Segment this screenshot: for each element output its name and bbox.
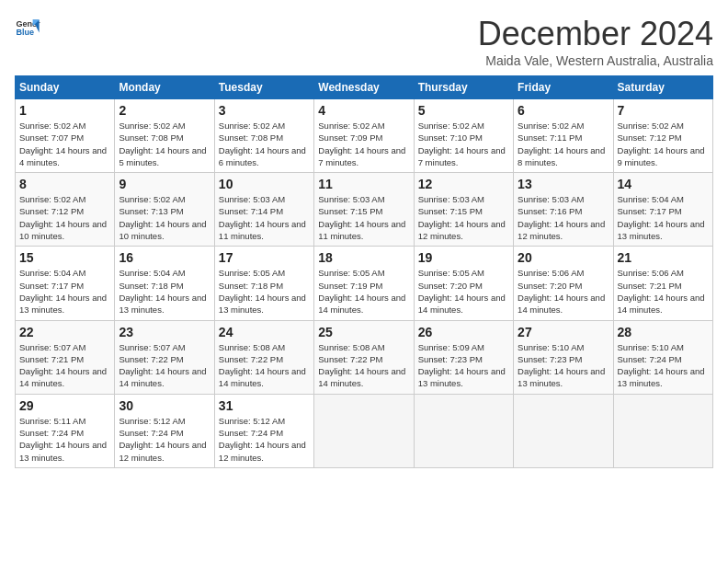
- calendar-cell: [514, 394, 613, 467]
- calendar-cell: 7Sunrise: 5:02 AMSunset: 7:12 PMDaylight…: [613, 99, 712, 173]
- day-info: Sunrise: 5:06 AMSunset: 7:21 PMDaylight:…: [618, 267, 709, 316]
- calendar-table: SundayMondayTuesdayWednesdayThursdayFrid…: [15, 75, 713, 468]
- calendar-cell: 10Sunrise: 5:03 AMSunset: 7:14 PMDayligh…: [214, 173, 313, 247]
- day-info: Sunrise: 5:04 AMSunset: 7:18 PMDaylight:…: [119, 267, 210, 316]
- day-number: 3: [219, 103, 310, 118]
- day-number: 30: [119, 398, 210, 413]
- calendar-cell: 18Sunrise: 5:05 AMSunset: 7:19 PMDayligh…: [314, 247, 414, 320]
- calendar-cell: 6Sunrise: 5:02 AMSunset: 7:11 PMDaylight…: [514, 99, 613, 173]
- calendar-cell: 21Sunrise: 5:06 AMSunset: 7:21 PMDayligh…: [613, 247, 712, 320]
- column-header-friday: Friday: [514, 76, 613, 99]
- day-number: 26: [418, 325, 509, 339]
- day-number: 9: [119, 177, 210, 191]
- day-info: Sunrise: 5:03 AMSunset: 7:14 PMDaylight:…: [219, 193, 310, 242]
- calendar-cell: 1Sunrise: 5:02 AMSunset: 7:07 PMDaylight…: [16, 99, 115, 173]
- day-number: 8: [19, 177, 110, 191]
- calendar-cell: 29Sunrise: 5:11 AMSunset: 7:24 PMDayligh…: [16, 394, 115, 467]
- day-number: 20: [518, 250, 609, 265]
- day-info: Sunrise: 5:04 AMSunset: 7:17 PMDaylight:…: [19, 267, 110, 316]
- day-number: 27: [518, 325, 609, 339]
- day-number: 24: [219, 325, 310, 339]
- day-info: Sunrise: 5:02 AMSunset: 7:11 PMDaylight:…: [518, 120, 609, 168]
- day-info: Sunrise: 5:10 AMSunset: 7:24 PMDaylight:…: [618, 341, 709, 390]
- day-info: Sunrise: 5:02 AMSunset: 7:08 PMDaylight:…: [119, 120, 210, 168]
- calendar-cell: 15Sunrise: 5:04 AMSunset: 7:17 PMDayligh…: [16, 247, 115, 320]
- day-info: Sunrise: 5:02 AMSunset: 7:12 PMDaylight:…: [618, 120, 709, 168]
- day-number: 25: [318, 325, 409, 339]
- calendar-cell: 23Sunrise: 5:07 AMSunset: 7:22 PMDayligh…: [115, 320, 214, 394]
- day-info: Sunrise: 5:12 AMSunset: 7:24 PMDaylight:…: [219, 415, 310, 464]
- day-info: Sunrise: 5:03 AMSunset: 7:16 PMDaylight:…: [518, 193, 609, 242]
- calendar-cell: [613, 394, 712, 467]
- calendar-header-row: SundayMondayTuesdayWednesdayThursdayFrid…: [16, 76, 713, 99]
- day-number: 17: [219, 250, 310, 265]
- day-info: Sunrise: 5:06 AMSunset: 7:20 PMDaylight:…: [518, 267, 609, 316]
- logo-icon: General Blue: [15, 15, 40, 40]
- calendar-cell: 13Sunrise: 5:03 AMSunset: 7:16 PMDayligh…: [514, 173, 613, 247]
- title-block: December 2024 Maida Vale, Western Austra…: [478, 15, 713, 68]
- calendar-week-row: 22Sunrise: 5:07 AMSunset: 7:21 PMDayligh…: [16, 320, 713, 394]
- day-info: Sunrise: 5:09 AMSunset: 7:23 PMDaylight:…: [418, 341, 509, 390]
- day-info: Sunrise: 5:07 AMSunset: 7:21 PMDaylight:…: [19, 341, 110, 390]
- column-header-monday: Monday: [115, 76, 214, 99]
- day-info: Sunrise: 5:05 AMSunset: 7:20 PMDaylight:…: [418, 267, 509, 316]
- day-number: 31: [219, 398, 310, 413]
- day-info: Sunrise: 5:07 AMSunset: 7:22 PMDaylight:…: [119, 341, 210, 390]
- day-info: Sunrise: 5:10 AMSunset: 7:23 PMDaylight:…: [518, 341, 609, 390]
- day-number: 1: [19, 103, 110, 118]
- month-title: December 2024: [478, 15, 713, 53]
- day-number: 28: [618, 325, 709, 339]
- column-header-thursday: Thursday: [414, 76, 513, 99]
- day-info: Sunrise: 5:05 AMSunset: 7:19 PMDaylight:…: [318, 267, 409, 316]
- calendar-cell: 2Sunrise: 5:02 AMSunset: 7:08 PMDaylight…: [115, 99, 214, 173]
- day-info: Sunrise: 5:12 AMSunset: 7:24 PMDaylight:…: [119, 415, 210, 464]
- calendar-cell: 9Sunrise: 5:02 AMSunset: 7:13 PMDaylight…: [115, 173, 214, 247]
- day-number: 13: [518, 177, 609, 191]
- day-info: Sunrise: 5:02 AMSunset: 7:09 PMDaylight:…: [318, 120, 409, 168]
- calendar-cell: 3Sunrise: 5:02 AMSunset: 7:08 PMDaylight…: [214, 99, 313, 173]
- column-header-saturday: Saturday: [613, 76, 712, 99]
- day-number: 2: [119, 103, 210, 118]
- column-header-wednesday: Wednesday: [314, 76, 414, 99]
- day-info: Sunrise: 5:02 AMSunset: 7:12 PMDaylight:…: [19, 193, 110, 242]
- calendar-cell: 12Sunrise: 5:03 AMSunset: 7:15 PMDayligh…: [414, 173, 513, 247]
- calendar-cell: 19Sunrise: 5:05 AMSunset: 7:20 PMDayligh…: [414, 247, 513, 320]
- day-number: 5: [418, 103, 509, 118]
- calendar-cell: 11Sunrise: 5:03 AMSunset: 7:15 PMDayligh…: [314, 173, 414, 247]
- calendar-week-row: 15Sunrise: 5:04 AMSunset: 7:17 PMDayligh…: [16, 247, 713, 320]
- day-info: Sunrise: 5:08 AMSunset: 7:22 PMDaylight:…: [318, 341, 409, 390]
- calendar-cell: 8Sunrise: 5:02 AMSunset: 7:12 PMDaylight…: [16, 173, 115, 247]
- calendar-cell: 27Sunrise: 5:10 AMSunset: 7:23 PMDayligh…: [514, 320, 613, 394]
- calendar-cell: [414, 394, 513, 467]
- day-info: Sunrise: 5:02 AMSunset: 7:07 PMDaylight:…: [19, 120, 110, 168]
- calendar-cell: 16Sunrise: 5:04 AMSunset: 7:18 PMDayligh…: [115, 247, 214, 320]
- calendar-week-row: 1Sunrise: 5:02 AMSunset: 7:07 PMDaylight…: [16, 99, 713, 173]
- day-info: Sunrise: 5:03 AMSunset: 7:15 PMDaylight:…: [418, 193, 509, 242]
- day-number: 10: [219, 177, 310, 191]
- calendar-cell: 30Sunrise: 5:12 AMSunset: 7:24 PMDayligh…: [115, 394, 214, 467]
- calendar-cell: 14Sunrise: 5:04 AMSunset: 7:17 PMDayligh…: [613, 173, 712, 247]
- day-number: 18: [318, 250, 409, 265]
- svg-text:Blue: Blue: [16, 28, 34, 37]
- calendar-cell: 24Sunrise: 5:08 AMSunset: 7:22 PMDayligh…: [214, 320, 313, 394]
- logo: General Blue: [15, 15, 40, 40]
- calendar-week-row: 29Sunrise: 5:11 AMSunset: 7:24 PMDayligh…: [16, 394, 713, 467]
- day-number: 21: [618, 250, 709, 265]
- day-info: Sunrise: 5:04 AMSunset: 7:17 PMDaylight:…: [618, 193, 709, 242]
- day-info: Sunrise: 5:02 AMSunset: 7:10 PMDaylight:…: [418, 120, 509, 168]
- calendar-cell: 25Sunrise: 5:08 AMSunset: 7:22 PMDayligh…: [314, 320, 414, 394]
- day-number: 19: [418, 250, 509, 265]
- calendar-cell: 4Sunrise: 5:02 AMSunset: 7:09 PMDaylight…: [314, 99, 414, 173]
- calendar-cell: 22Sunrise: 5:07 AMSunset: 7:21 PMDayligh…: [16, 320, 115, 394]
- calendar-cell: 20Sunrise: 5:06 AMSunset: 7:20 PMDayligh…: [514, 247, 613, 320]
- calendar-cell: 31Sunrise: 5:12 AMSunset: 7:24 PMDayligh…: [214, 394, 313, 467]
- day-number: 29: [19, 398, 110, 413]
- calendar-cell: 17Sunrise: 5:05 AMSunset: 7:18 PMDayligh…: [214, 247, 313, 320]
- day-info: Sunrise: 5:05 AMSunset: 7:18 PMDaylight:…: [219, 267, 310, 316]
- day-number: 16: [119, 250, 210, 265]
- column-header-tuesday: Tuesday: [214, 76, 313, 99]
- day-number: 14: [618, 177, 709, 191]
- day-number: 23: [119, 325, 210, 339]
- calendar-cell: 5Sunrise: 5:02 AMSunset: 7:10 PMDaylight…: [414, 99, 513, 173]
- day-number: 7: [618, 103, 709, 118]
